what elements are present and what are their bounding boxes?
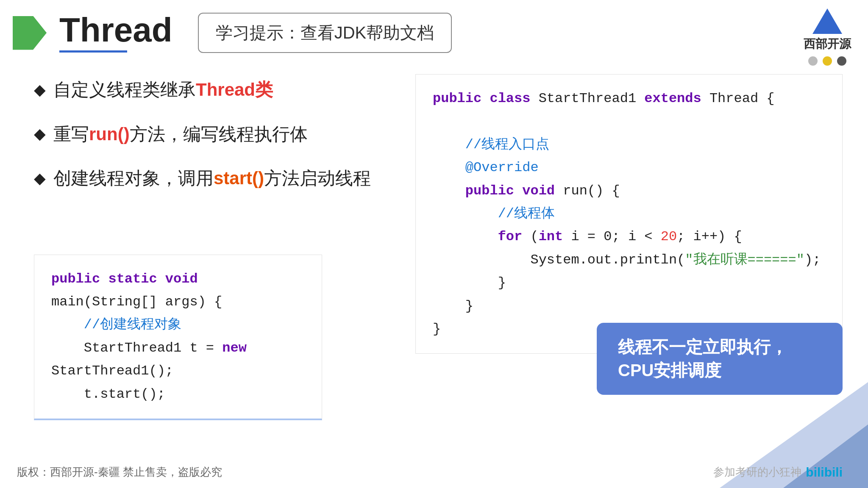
bullet-diamond-icon: ◆	[34, 80, 46, 100]
bullet-list: ◆ 自定义线程类继承Thread类 ◆ 重写run()方法，编写线程执行体 ◆ …	[34, 78, 390, 190]
list-item: ◆ 重写run()方法，编写线程执行体	[34, 123, 390, 146]
bullet-diamond-icon: ◆	[34, 169, 46, 189]
logo-icon	[13, 16, 47, 50]
watermark-text: 参加考研的小狂神	[713, 465, 801, 480]
bullet-text-1: 自定义线程类继承Thread类	[53, 78, 273, 102]
list-item: ◆ 自定义线程类继承Thread类	[34, 78, 390, 102]
page-title: Thread	[59, 13, 172, 47]
brand-triangle-icon	[812, 8, 842, 34]
bullet-text-3: 创建线程对象，调用start()方法启动线程	[53, 167, 371, 190]
notice-text: 线程不一定立即执行，CPU安排调度	[618, 338, 787, 380]
list-item: ◆ 创建线程对象，调用start()方法启动线程	[34, 167, 390, 190]
right-column: public class StartThread1 extends Thread…	[415, 70, 843, 354]
bullet-text-2: 重写run()方法，编写线程执行体	[53, 123, 308, 146]
bullet-diamond-icon: ◆	[34, 124, 46, 144]
title-underline	[59, 50, 127, 53]
brand-name: 西部开源	[804, 36, 851, 52]
highlight-start: start()	[214, 168, 264, 188]
header: Thread 学习提示：查看JDK帮助文档 西部开源	[0, 0, 868, 53]
highlight-run: run()	[89, 124, 130, 144]
watermark: 参加考研的小狂神 bilibili	[713, 465, 843, 480]
hint-box: 学习提示：查看JDK帮助文档	[198, 13, 452, 53]
code-text-top: public class StartThread1 extends Thread…	[433, 87, 825, 341]
bilibili-logo: bilibili	[806, 465, 843, 480]
code-text-bottom: public static void main(String[] args) {…	[51, 268, 305, 406]
copyright-text: 版权：西部开源-秦疆 禁止售卖，盗版必究	[17, 466, 222, 478]
code-panel-top: public class StartThread1 extends Thread…	[415, 74, 843, 354]
footer: 版权：西部开源-秦疆 禁止售卖，盗版必究	[17, 465, 222, 480]
code-panel-bottom: public static void main(String[] args) {…	[34, 255, 322, 420]
title-area: Thread	[59, 13, 172, 53]
highlight-thread: Thread类	[196, 80, 273, 100]
